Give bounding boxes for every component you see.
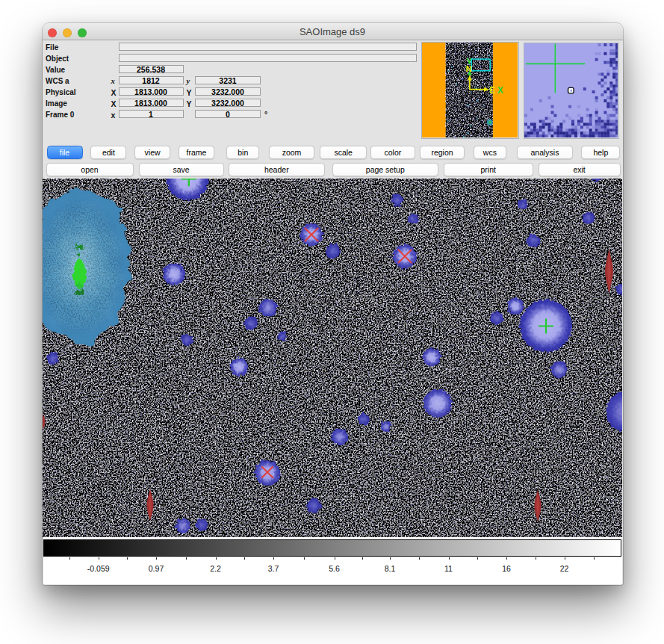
svg-text:X: X [497,84,503,95]
svg-text:N: N [465,64,471,72]
svg-text:E: E [489,84,495,95]
